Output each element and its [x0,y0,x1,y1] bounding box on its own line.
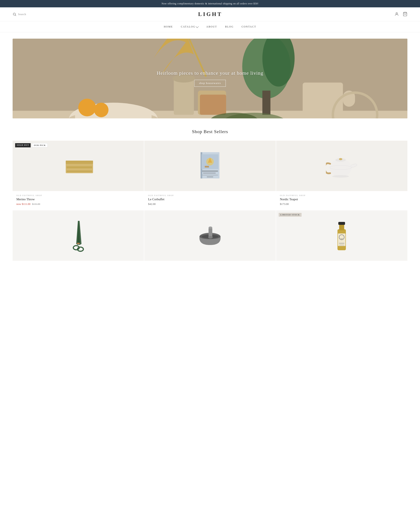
product-price: $42.00 [148,202,272,206]
svg-point-56 [209,227,212,229]
product-name: Le Corbuffet [148,198,272,201]
search-button[interactable]: Search [13,12,26,16]
svg-rect-36 [205,166,209,167]
product-name: Nordic Teapot [280,198,404,201]
hero-content: Heirloom pieces to enhance your at home … [157,70,263,87]
best-sellers-title: Shop Best Sellers [0,129,420,134]
svg-rect-41 [207,176,213,177]
badge-sold-out: SOLD OUT [15,143,31,147]
product-info-bottle [276,261,407,270]
announcement-text: Now offering complimentary domestic & in… [161,2,258,5]
badge-limited-stock: LIMITED STOCK [279,213,302,217]
svg-point-2 [396,12,397,14]
badge-our-pick: OUR PICK [32,143,48,147]
svg-rect-25 [66,161,93,164]
product-image-mortar [144,210,276,261]
svg-rect-19 [200,95,226,115]
svg-point-0 [13,13,16,15]
price-value: $42.00 [148,202,156,206]
product-info-scissors [13,261,144,270]
throw-image [61,157,95,175]
product-badges: SOLD OUT OUR PICK [15,143,48,147]
nav-item-catalog[interactable]: CATALOG [181,25,198,28]
svg-rect-63 [339,244,344,245]
account-button[interactable] [394,12,399,17]
svg-rect-64 [339,245,344,246]
product-image-merino-throw: SOLD OUT OUR PICK [13,141,144,191]
price-value: $173.00 [280,202,289,206]
product-price: now $111.00 $131.00 [16,202,140,206]
price-now: now $111.00 [16,202,30,206]
site-logo[interactable]: LIGHT [198,11,222,17]
product-card-mortar[interactable] [144,210,276,270]
header-icons [394,12,407,17]
svg-point-44 [339,158,342,160]
product-vendor: OLD FAITHFUL SHOP [16,194,140,196]
product-info-mortar [144,261,276,270]
announcement-bar: Now offering complimentary domestic & in… [0,0,420,7]
nav-item-contact[interactable]: CONTACT [242,25,256,28]
nav-item-blog[interactable]: BLOG [225,25,234,28]
search-label: Search [18,13,26,16]
svg-point-46 [332,175,349,178]
product-price: $173.00 [280,202,404,206]
scissors-image [70,219,87,252]
svg-point-23 [94,103,109,117]
product-card-nordic-teapot[interactable]: OLD FAITHFUL SHOP Nordic Teapot $173.00 [276,141,407,210]
svg-rect-38 [202,170,218,172]
hero-section: Heirloom pieces to enhance your at home … [13,39,407,118]
bottle-image [333,219,350,252]
svg-rect-62 [339,243,344,244]
product-info-nordic-teapot: OLD FAITHFUL SHOP Nordic Teapot $173.00 [276,191,407,210]
product-vendor: OLD FAITHFUL SHOP [280,194,404,196]
hero-title: Heirloom pieces to enhance your at home … [157,70,263,76]
svg-rect-29 [67,170,92,172]
svg-point-22 [78,99,96,116]
product-card-merino-throw[interactable]: SOLD OUT OUR PICK OLD FAITHFUL SHOP Meri… [13,141,144,210]
svg-rect-17 [262,91,270,115]
product-image-nordic-teapot [276,141,407,191]
svg-rect-59 [338,222,345,225]
product-badges: LIMITED STOCK [279,213,302,217]
product-info-merino-throw: OLD FAITHFUL SHOP Merino Throw now $111.… [13,191,144,210]
cart-icon [403,12,407,16]
svg-rect-26 [67,164,92,166]
svg-point-42 [330,159,351,177]
cart-button[interactable] [403,12,407,17]
chevron-down-icon [196,25,199,28]
product-image-le-corbuffet [144,141,276,191]
svg-rect-58 [339,224,344,230]
product-image-scissors [13,210,144,261]
svg-rect-40 [202,175,218,175]
svg-rect-28 [67,168,92,170]
price-was: $131.00 [32,203,40,206]
main-nav: HOME CATALOG ABOUT BLOG CONTACT [0,21,420,32]
search-icon [13,12,16,16]
product-info-le-corbuffet: OLD FAITHFUL SHOP Le Corbuffet $42.00 [144,191,276,210]
svg-rect-39 [203,173,216,174]
svg-rect-50 [77,243,80,244]
svg-rect-27 [67,166,92,168]
product-vendor: OLD FAITHFUL SHOP [148,194,272,196]
product-grid: SOLD OUT OUR PICK OLD FAITHFUL SHOP Meri… [13,141,407,270]
product-card-scissors[interactable] [13,210,144,270]
book-image [198,151,222,181]
svg-line-1 [15,15,16,16]
product-name: Merino Throw [16,198,140,201]
nav-item-home[interactable]: HOME [164,25,173,28]
mortar-image [196,225,224,246]
teapot-image [326,153,358,178]
product-card-bottle[interactable]: LIMITED STOCK [276,210,407,270]
svg-point-55 [208,236,213,238]
product-card-le-corbuffet[interactable]: OLD FAITHFUL SHOP Le Corbuffet $42.00 [144,141,276,210]
account-icon [394,12,399,16]
hero-cta-button[interactable]: Shop housewares [194,80,226,87]
product-image-bottle: LIMITED STOCK [276,210,407,261]
header: Search LIGHT [0,7,420,21]
nav-item-about[interactable]: ABOUT [206,25,217,28]
